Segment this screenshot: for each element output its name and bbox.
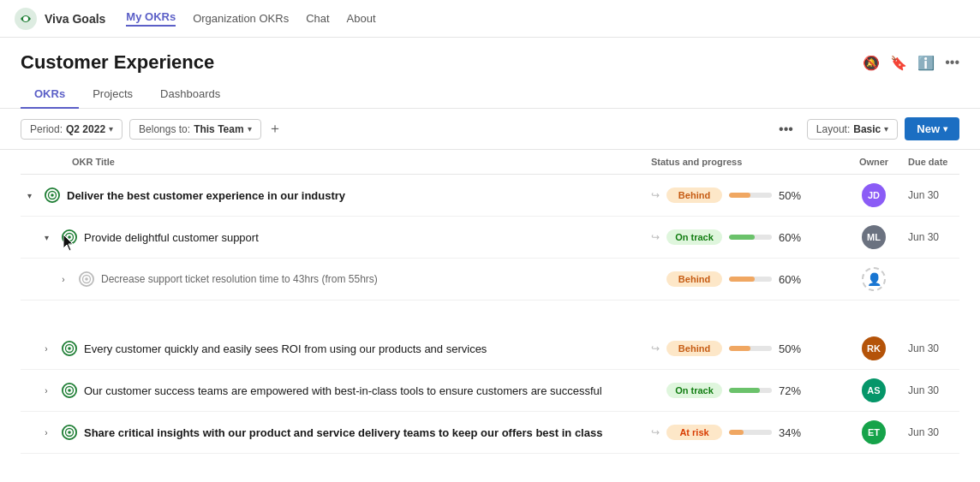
nav-links: My OKRs Organization OKRs Chat About bbox=[126, 10, 375, 27]
okr-title: Share critical insights with our product… bbox=[84, 426, 602, 439]
table-row: › Share critical insights with our produ… bbox=[21, 412, 959, 454]
add-filter-button[interactable]: ＋ bbox=[268, 120, 282, 138]
redirect-icon[interactable]: ↪ bbox=[651, 426, 660, 438]
status-badge: Behind bbox=[666, 271, 722, 287]
belongs-chevron-icon: ▾ bbox=[248, 124, 252, 134]
col-owner: Owner bbox=[840, 157, 908, 167]
nav-about[interactable]: About bbox=[347, 12, 376, 25]
new-button-chevron-icon: ▾ bbox=[943, 124, 947, 134]
avatar: JD bbox=[862, 183, 886, 207]
status-badge: Behind bbox=[666, 341, 722, 356]
table-row: ▾ Deliver the best customer experience i… bbox=[21, 175, 959, 217]
logo-icon bbox=[14, 7, 38, 31]
redirect-icon[interactable]: ↪ bbox=[651, 189, 660, 201]
new-button-label: New bbox=[917, 122, 940, 135]
owner-cell: AS bbox=[840, 378, 908, 402]
period-filter[interactable]: Period: Q2 2022 ▾ bbox=[21, 119, 122, 140]
progress-bar-wrap bbox=[729, 277, 772, 282]
svg-point-4 bbox=[51, 193, 54, 197]
app-name: Viva Goals bbox=[45, 12, 105, 26]
owner-cell: ET bbox=[840, 420, 908, 444]
table-row: › Our customer success teams are empower… bbox=[21, 370, 959, 412]
app-logo: Viva Goals bbox=[14, 7, 105, 31]
expand-button[interactable]: › bbox=[38, 424, 55, 441]
info-icon[interactable]: ℹ️ bbox=[917, 55, 935, 71]
toolbar: Period: Q2 2022 ▾ Belongs to: This Team … bbox=[0, 109, 980, 150]
expand-button[interactable]: › bbox=[38, 382, 55, 399]
owner-cell: ML bbox=[840, 225, 908, 249]
tab-projects[interactable]: Projects bbox=[79, 80, 146, 109]
owner-cell: JD bbox=[840, 183, 908, 207]
belongs-value: This Team bbox=[194, 123, 243, 135]
progress-bar-wrap bbox=[729, 235, 772, 240]
progress-bar bbox=[729, 430, 744, 435]
nav-org-okrs[interactable]: Organization OKRs bbox=[193, 12, 289, 25]
status-cell: ↪ On track 72% bbox=[651, 383, 840, 398]
expand-button[interactable]: › bbox=[55, 271, 72, 288]
layout-selector[interactable]: Layout: Basic ▾ bbox=[807, 119, 898, 140]
progress-pct: 34% bbox=[779, 426, 801, 439]
table-row: › Every customer quickly and easily sees… bbox=[21, 328, 959, 370]
svg-point-7 bbox=[68, 235, 71, 239]
expand-button[interactable]: ▾ bbox=[21, 187, 38, 204]
status-badge: On track bbox=[666, 383, 722, 398]
progress-pct: 60% bbox=[779, 273, 801, 286]
expand-button[interactable]: ▾ bbox=[38, 229, 55, 246]
due-date: Jun 30 bbox=[908, 384, 959, 396]
progress-bar-wrap bbox=[729, 193, 772, 198]
okr-title: Every customer quickly and easily sees R… bbox=[84, 342, 487, 355]
due-date: Jun 30 bbox=[908, 426, 959, 438]
tab-okrs[interactable]: OKRs bbox=[21, 80, 79, 109]
due-date: Jun 30 bbox=[908, 231, 959, 243]
progress-bar bbox=[729, 193, 750, 198]
status-cell: ↪ Behind 50% bbox=[651, 341, 840, 356]
progress-pct: 50% bbox=[779, 342, 801, 355]
notification-icon[interactable]: 🔕 bbox=[863, 55, 880, 71]
okr-target-icon bbox=[60, 339, 79, 358]
header-actions: 🔕 🔖 ℹ️ ••• bbox=[863, 55, 959, 71]
belongs-label: Belongs to: bbox=[139, 123, 190, 135]
redirect-icon[interactable]: ↪ bbox=[651, 231, 660, 243]
okr-title: Deliver the best customer experience in … bbox=[67, 189, 345, 202]
okr-target-icon bbox=[43, 186, 62, 205]
new-button[interactable]: New ▾ bbox=[905, 117, 959, 140]
okr-title: Provide delightful customer support bbox=[84, 231, 259, 244]
more-options-icon[interactable]: ••• bbox=[945, 55, 959, 70]
okr-title-cell: ▾ Provide delightful customer support bbox=[21, 228, 651, 247]
col-due: Due date bbox=[908, 157, 959, 167]
redirect-icon[interactable]: ↪ bbox=[651, 342, 660, 354]
nav-chat[interactable]: Chat bbox=[306, 12, 329, 25]
okr-title-cell: › Our customer success teams are empower… bbox=[21, 381, 651, 400]
svg-point-1 bbox=[23, 16, 28, 21]
bookmark-icon[interactable]: 🔖 bbox=[890, 55, 907, 71]
avatar: ET bbox=[862, 420, 886, 444]
layout-chevron-icon: ▾ bbox=[884, 124, 888, 134]
redirect-icon: ↪ bbox=[651, 384, 660, 396]
avatar: ML bbox=[862, 225, 886, 249]
col-title: OKR Title bbox=[21, 157, 651, 167]
status-badge: Behind bbox=[666, 187, 722, 203]
toolbar-more-button[interactable]: ••• bbox=[779, 122, 793, 137]
progress-pct: 50% bbox=[779, 189, 801, 202]
okr-target-icon bbox=[60, 423, 79, 442]
table-row: ▾ Provide delightful customer support ↪ … bbox=[21, 217, 959, 259]
okr-title-cell: › Decrease support ticket resolution tim… bbox=[21, 270, 651, 289]
page-header: Customer Experience 🔕 🔖 ℹ️ ••• OKRs Proj… bbox=[0, 38, 980, 109]
due-date: Jun 30 bbox=[908, 189, 959, 201]
status-cell: ↪ Behind 60% bbox=[651, 271, 840, 287]
okr-title-cell: › Every customer quickly and easily sees… bbox=[21, 339, 651, 358]
okr-title: Our customer success teams are empowered… bbox=[84, 384, 602, 397]
table-header: OKR Title Status and progress Owner Due … bbox=[21, 150, 959, 175]
expand-button[interactable]: › bbox=[38, 340, 55, 357]
progress-pct: 60% bbox=[779, 231, 801, 244]
due-date: Jun 30 bbox=[908, 342, 959, 354]
progress-bar bbox=[729, 235, 755, 240]
nav-my-okrs[interactable]: My OKRs bbox=[126, 10, 176, 27]
belongs-filter[interactable]: Belongs to: This Team ▾ bbox=[129, 119, 261, 140]
tab-dashboards[interactable]: Dashboards bbox=[146, 80, 234, 109]
period-label: Period: bbox=[30, 123, 63, 135]
period-chevron-icon: ▾ bbox=[109, 124, 113, 134]
avatar-placeholder: 👤 bbox=[862, 267, 886, 291]
page-title: Customer Experience bbox=[21, 51, 214, 74]
progress-bar-wrap bbox=[729, 430, 772, 435]
